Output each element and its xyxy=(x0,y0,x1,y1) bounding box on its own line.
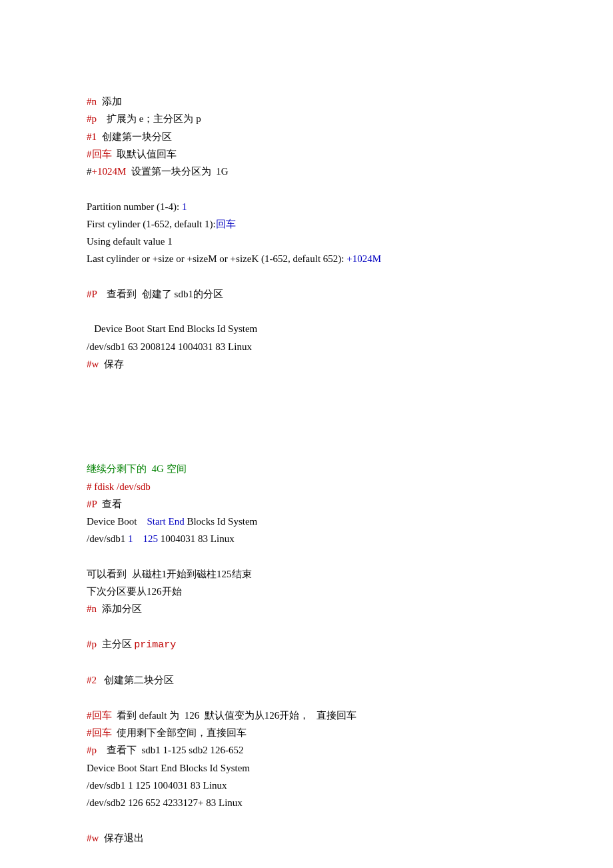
cmd: +1024M xyxy=(92,166,127,177)
input-val: +1024M xyxy=(346,253,381,264)
prompt: First cylinder (1-652, default 1): xyxy=(87,219,216,229)
text-line: #2 创建第二块分区 xyxy=(87,671,526,689)
text-line: First cylinder (1-652, default 1):回车 xyxy=(87,215,526,233)
desc: 设置第一块分区为 1G xyxy=(126,166,228,177)
desc: 保存退出 xyxy=(99,833,144,843)
blank-line xyxy=(87,390,526,407)
text-line: #p 扩展为 e；主分区为 p xyxy=(87,110,526,127)
text-line: #w 保存退出 xyxy=(87,829,526,847)
desc: 使用剩下全部空间，直接回车 xyxy=(112,727,247,738)
text-line: #w 保存 xyxy=(87,355,526,373)
desc: 查看下 sdb1 1-125 sdb2 126-652 xyxy=(97,745,243,755)
text-line: #回车 取默认值回车 xyxy=(87,145,526,163)
document-page: #n 添加 #p 扩展为 e；主分区为 p #1 创建第一块分区 #回车 取默认… xyxy=(0,0,613,868)
text-line: #P 查看到 创建了 sdb1的分区 xyxy=(87,285,526,303)
blank-line xyxy=(87,689,526,707)
cmd: #p xyxy=(87,745,97,755)
desc: 保存 xyxy=(99,359,124,369)
text-line: #n 添加分区 xyxy=(87,600,526,617)
cmd: #P xyxy=(87,499,97,509)
desc: 创建第二块分区 xyxy=(97,675,174,685)
blank-line xyxy=(87,373,526,390)
blank-line xyxy=(87,618,526,635)
text-line: #回车 使用剩下全部空间，直接回车 xyxy=(87,724,526,741)
text-line: 可以看到 从磁柱1开始到磁柱125结束 xyxy=(87,565,526,583)
desc: 查看 xyxy=(97,499,122,509)
text-line: Using default value 1 xyxy=(87,233,526,250)
text-line: /dev/sdb2 126 652 4233127+ 83 Linux xyxy=(87,794,526,811)
text-line: #回车 看到 default 为 126 默认值变为从126开始， 直接回车 xyxy=(87,707,526,724)
text-line: /dev/sdb1 63 2008124 1004031 83 Linux xyxy=(87,338,526,355)
col-head-hl: Start End xyxy=(147,516,184,527)
cmd: #n xyxy=(87,96,97,107)
blank-line xyxy=(87,180,526,197)
col-head: Blocks Id System xyxy=(185,516,258,527)
desc: 添加 xyxy=(97,96,122,107)
prompt: Partition number (1-4): xyxy=(87,201,182,212)
text-line: #1 创建第一块分区 xyxy=(87,128,526,145)
desc: 创建第一块分区 xyxy=(97,131,172,142)
row: 1004031 83 Linux xyxy=(158,533,235,544)
cmd: #回车 xyxy=(87,710,112,721)
desc: 查看到 创建了 sdb1的分区 xyxy=(97,289,223,299)
col-head: Device Boot xyxy=(87,516,147,527)
text-line: # fdisk /dev/sdb xyxy=(87,478,526,495)
input-val: 1 xyxy=(182,201,187,212)
blank-line xyxy=(87,425,526,443)
blank-line xyxy=(87,303,526,320)
cmd: #回车 xyxy=(87,149,112,159)
text-line: Partition number (1-4): 1 xyxy=(87,198,526,215)
text-line: 下次分区要从126开始 xyxy=(87,583,526,600)
cmd: #n xyxy=(87,603,97,614)
cmd: #p xyxy=(87,639,97,649)
cmd: #p xyxy=(87,113,97,124)
text-line: #n 添加 xyxy=(87,93,526,110)
cmd: #w xyxy=(87,359,99,369)
text-line: #P 查看 xyxy=(87,495,526,513)
desc: 添加分区 xyxy=(97,603,142,614)
blank-line xyxy=(87,408,526,425)
text-line: Device Boot Start End Blocks Id System xyxy=(87,320,526,337)
cmd: #2 xyxy=(87,675,97,685)
desc: 扩展为 e；主分区为 p xyxy=(97,113,201,124)
blank-line xyxy=(87,548,526,565)
desc: 看到 default 为 126 默认值变为从126开始， xyxy=(112,710,310,721)
desc: 主分区 xyxy=(97,639,134,649)
input-val: 回车 xyxy=(216,219,236,229)
text-line: #p 主分区 primary xyxy=(87,635,526,654)
prompt: Last cylinder or +size or +sizeM or +siz… xyxy=(87,253,346,264)
mono: primary xyxy=(134,639,176,651)
cmd: #回车 xyxy=(87,727,112,738)
blank-line xyxy=(87,268,526,285)
text-line: Device Boot Start End Blocks Id System xyxy=(87,759,526,777)
text-line: Device Boot Start End Blocks Id System xyxy=(87,513,526,530)
cmd: #P xyxy=(87,289,97,299)
blank-line xyxy=(87,811,526,829)
cmd: #w xyxy=(87,833,99,843)
row: /dev/sdb1 xyxy=(87,533,128,544)
text-line: #p 查看下 sdb1 1-125 sdb2 126-652 xyxy=(87,741,526,759)
text-line: 继续分剩下的 4G 空间 xyxy=(87,460,526,477)
text-line: /dev/sdb1 1 125 1004031 83 Linux xyxy=(87,530,526,547)
row-hl: 1 125 xyxy=(128,533,158,544)
cmd: #1 xyxy=(87,131,97,142)
blank-line xyxy=(87,654,526,671)
text-line: /dev/sdb1 1 125 1004031 83 Linux xyxy=(87,777,526,794)
text-line: #+1024M 设置第一块分区为 1G xyxy=(87,163,526,180)
text-line: Last cylinder or +size or +sizeM or +siz… xyxy=(87,250,526,267)
desc: 取默认值回车 xyxy=(112,149,177,159)
desc: 直接回车 xyxy=(309,710,356,721)
hash: # xyxy=(87,166,92,177)
blank-line xyxy=(87,443,526,460)
